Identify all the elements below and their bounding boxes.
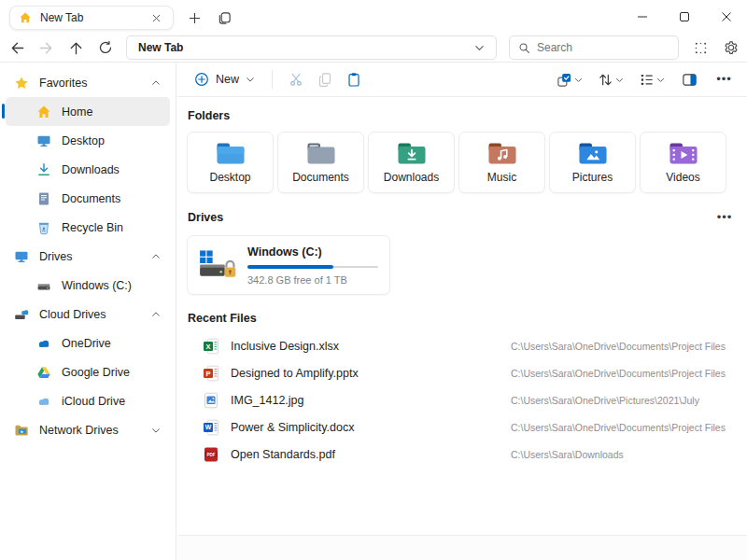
title-bar: New Tab [0, 0, 747, 34]
sidebar-section-favorites[interactable]: Favorites [6, 68, 170, 97]
address-bar[interactable]: New Tab [126, 35, 497, 60]
cut-icon[interactable] [281, 67, 310, 92]
main-panel: New [177, 63, 747, 560]
chevron-down-icon [615, 76, 624, 84]
folder-card-documents[interactable]: Documents [277, 132, 364, 193]
sidebar-item-onedrive[interactable]: OneDrive [6, 329, 170, 357]
folder-card-label: Desktop [209, 171, 250, 184]
paste-icon[interactable] [339, 67, 368, 92]
sidebar-section-cloud-drives[interactable]: Cloud Drives [6, 300, 170, 329]
svg-text:W: W [205, 424, 212, 430]
download-icon [36, 162, 51, 177]
drive-usage-bar [247, 265, 378, 269]
view-options-button[interactable] [634, 69, 669, 91]
sidebar-section-drives[interactable]: Drives [6, 242, 170, 271]
new-tab-button[interactable] [183, 7, 205, 28]
search-box[interactable] [509, 35, 679, 60]
folder-card-desktop[interactable]: Desktop [187, 132, 274, 193]
powerpoint-file-icon: P [203, 365, 219, 382]
svg-text:PDF: PDF [206, 452, 215, 456]
downloads-folder-icon [396, 141, 428, 166]
sidebar-label: Windows (C:) [62, 279, 132, 292]
address-text: New Tab [138, 41, 467, 54]
drive-card-windows-c[interactable]: Windows (C:) 342.8 GB free of 1 TB [187, 235, 390, 295]
chevron-down-icon[interactable] [151, 426, 161, 435]
svg-text:P: P [205, 369, 210, 377]
sidebar-item-home[interactable]: Home [6, 97, 170, 126]
google-drive-icon [36, 365, 51, 380]
sidebar-section-network-drives[interactable]: Network Drives [6, 415, 170, 444]
sidebar-item-desktop[interactable]: Desktop [6, 126, 170, 155]
sidebar-item-documents[interactable]: Documents [6, 184, 170, 213]
more-options-button[interactable]: ••• [710, 67, 739, 92]
sidebar-label: OneDrive [62, 337, 111, 350]
maximize-button[interactable] [663, 0, 705, 34]
sort-button[interactable] [593, 69, 628, 91]
chevron-up-icon[interactable] [151, 252, 161, 261]
copy-icon[interactable] [310, 67, 339, 92]
folder-card-pictures[interactable]: Pictures [549, 132, 636, 193]
search-icon [518, 42, 530, 54]
marquee-selection-icon[interactable] [689, 36, 712, 59]
drive-name: Windows (C:) [247, 245, 378, 259]
sidebar-item-icloud-drive[interactable]: iCloud Drive [6, 386, 170, 415]
address-dropdown-icon[interactable] [474, 43, 485, 53]
close-window-button[interactable] [705, 0, 747, 34]
minimize-button[interactable] [621, 0, 663, 34]
chevron-up-icon[interactable] [151, 78, 161, 88]
sidebar-label: iCloud Drive [62, 395, 125, 408]
folder-card-label: Pictures [572, 171, 613, 184]
pictures-folder-icon [577, 141, 609, 166]
sidebar-label: Home [62, 105, 92, 119]
file-row-pptx[interactable]: P Designed to Amplify.pptx C:\Users\Sara… [187, 359, 738, 386]
recycle-bin-icon [36, 220, 51, 235]
up-icon[interactable] [63, 35, 89, 60]
file-name: Power & Simplicity.docx [231, 421, 500, 434]
onedrive-cloud-icon [36, 336, 51, 351]
image-file-icon [203, 392, 219, 409]
drives-heading: Drives [188, 211, 223, 224]
file-name: Designed to Amplify.pptx [231, 367, 500, 380]
chevron-up-icon[interactable] [151, 310, 161, 319]
back-icon[interactable] [4, 35, 30, 60]
tab-close-icon[interactable] [148, 9, 164, 26]
icloud-cloud-icon [36, 394, 51, 409]
selection-mode-button[interactable] [552, 69, 587, 91]
file-row-docx[interactable]: W Power & Simplicity.docx C:\Users\Sara\… [187, 413, 738, 441]
sidebar-label: Favorites [39, 77, 87, 90]
folder-card-label: Music [487, 171, 516, 184]
details-pane-icon[interactable] [675, 67, 704, 92]
folder-card-videos[interactable]: Videos [640, 132, 726, 193]
drives-more-button[interactable]: ••• [712, 209, 737, 226]
forward-icon[interactable] [33, 35, 59, 60]
settings-gear-icon[interactable] [719, 36, 742, 59]
tab-new-tab[interactable]: New Tab [9, 6, 174, 30]
sidebar-label: Downloads [62, 163, 120, 176]
folder-card-music[interactable]: Music [458, 132, 545, 193]
sidebar: Favorites Home Desktop Downloads Documen… [0, 63, 176, 560]
search-input[interactable] [537, 41, 669, 54]
file-path: C:\Users\Sara\OneDrive\Documents\Project… [511, 422, 726, 433]
file-row-xlsx[interactable]: X Inclusive Design.xlsx C:\Users\Sara\On… [187, 332, 738, 359]
file-row-jpg[interactable]: IMG_1412.jpg C:\Users\Sara\OneDrive\Pict… [187, 386, 738, 413]
sidebar-label: Desktop [62, 134, 105, 147]
sidebar-item-google-drive[interactable]: Google Drive [6, 357, 170, 386]
sidebar-item-downloads[interactable]: Downloads [6, 155, 170, 184]
folder-card-downloads[interactable]: Downloads [368, 132, 455, 193]
sidebar-item-recycle-bin[interactable]: Recycle Bin [6, 213, 170, 242]
file-path: C:\Users\Sara\OneDrive\Documents\Project… [511, 341, 726, 352]
new-button[interactable]: New [186, 68, 263, 91]
tab-overview-icon[interactable] [213, 7, 235, 28]
file-row-pdf[interactable]: PDF Open Standards.pdf C:\Users\Sara\Dow… [187, 441, 738, 468]
command-toolbar: New [177, 63, 747, 97]
window-controls [621, 0, 747, 34]
sidebar-item-windows-c[interactable]: Windows (C:) [6, 271, 170, 300]
recent-files-heading: Recent Files [188, 312, 737, 325]
folders-grid: Desktop Documents [187, 132, 738, 193]
network-folder-icon [14, 423, 29, 438]
folder-card-label: Documents [292, 171, 349, 184]
documents-folder-icon [305, 141, 337, 166]
refresh-icon[interactable] [92, 35, 119, 60]
star-icon [14, 76, 29, 91]
pdf-file-icon: PDF [203, 446, 219, 463]
